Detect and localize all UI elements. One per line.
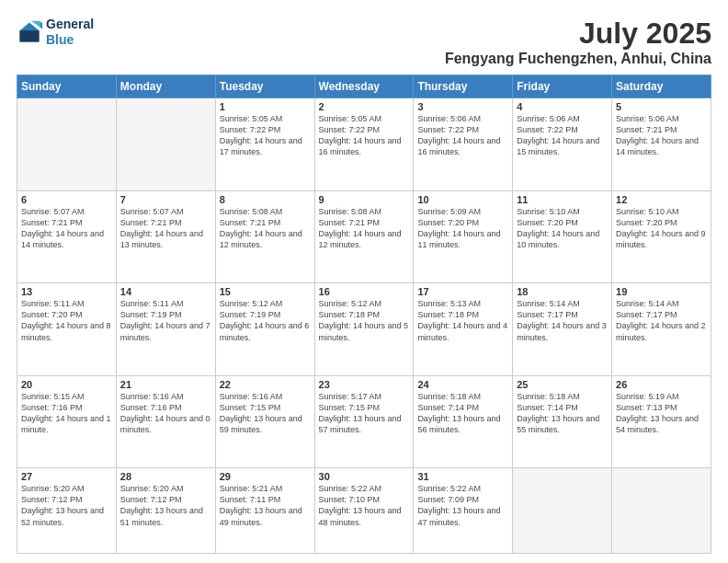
calendar-day-cell xyxy=(513,468,612,554)
calendar-day-cell: 20Sunrise: 5:15 AM Sunset: 7:16 PM Dayli… xyxy=(17,375,117,468)
page: General Blue July 2025 Fengyang Fuchengz… xyxy=(0,0,728,563)
day-info: Sunrise: 5:11 AM Sunset: 7:20 PM Dayligh… xyxy=(21,298,112,343)
calendar-day-cell: 19Sunrise: 5:14 AM Sunset: 7:17 PM Dayli… xyxy=(612,283,711,376)
day-info: Sunrise: 5:17 AM Sunset: 7:15 PM Dayligh… xyxy=(319,391,410,436)
title-block: July 2025 Fengyang Fuchengzhen, Anhui, C… xyxy=(445,17,711,67)
day-number: 16 xyxy=(319,286,410,297)
day-number: 14 xyxy=(120,286,211,297)
calendar-day-cell: 29Sunrise: 5:21 AM Sunset: 7:11 PM Dayli… xyxy=(215,468,314,554)
day-number: 27 xyxy=(21,471,112,482)
calendar-day-cell xyxy=(612,468,711,554)
day-number: 9 xyxy=(319,194,410,205)
calendar-day-cell: 30Sunrise: 5:22 AM Sunset: 7:10 PM Dayli… xyxy=(314,468,414,554)
day-number: 22 xyxy=(220,379,311,390)
day-number: 6 xyxy=(21,194,112,205)
logo-text: General Blue xyxy=(46,17,94,48)
day-number: 13 xyxy=(21,286,112,297)
day-number: 20 xyxy=(21,379,112,390)
calendar-day-cell: 12Sunrise: 5:10 AM Sunset: 7:20 PM Dayli… xyxy=(612,190,711,283)
calendar-day-cell: 1Sunrise: 5:05 AM Sunset: 7:22 PM Daylig… xyxy=(215,98,314,191)
calendar-day-cell: 21Sunrise: 5:16 AM Sunset: 7:16 PM Dayli… xyxy=(116,375,215,468)
day-number: 15 xyxy=(220,286,311,297)
day-info: Sunrise: 5:06 AM Sunset: 7:21 PM Dayligh… xyxy=(616,113,707,158)
day-info: Sunrise: 5:20 AM Sunset: 7:12 PM Dayligh… xyxy=(21,483,112,528)
calendar-day-cell: 17Sunrise: 5:13 AM Sunset: 7:18 PM Dayli… xyxy=(414,283,513,376)
day-info: Sunrise: 5:22 AM Sunset: 7:10 PM Dayligh… xyxy=(319,483,410,528)
calendar-day-cell: 24Sunrise: 5:18 AM Sunset: 7:14 PM Dayli… xyxy=(414,375,513,468)
calendar-week-row: 27Sunrise: 5:20 AM Sunset: 7:12 PM Dayli… xyxy=(17,468,711,554)
day-info: Sunrise: 5:06 AM Sunset: 7:22 PM Dayligh… xyxy=(417,113,508,158)
logo: General Blue xyxy=(17,17,94,48)
day-info: Sunrise: 5:10 AM Sunset: 7:20 PM Dayligh… xyxy=(517,206,608,251)
calendar-day-cell: 4Sunrise: 5:06 AM Sunset: 7:22 PM Daylig… xyxy=(513,98,612,191)
day-info: Sunrise: 5:08 AM Sunset: 7:21 PM Dayligh… xyxy=(220,206,311,251)
calendar-header-row: SundayMondayTuesdayWednesdayThursdayFrid… xyxy=(17,75,711,98)
calendar-day-cell: 23Sunrise: 5:17 AM Sunset: 7:15 PM Dayli… xyxy=(314,375,414,468)
day-info: Sunrise: 5:11 AM Sunset: 7:19 PM Dayligh… xyxy=(120,298,211,343)
calendar-day-cell: 10Sunrise: 5:09 AM Sunset: 7:20 PM Dayli… xyxy=(414,190,513,283)
day-info: Sunrise: 5:07 AM Sunset: 7:21 PM Dayligh… xyxy=(120,206,211,251)
day-info: Sunrise: 5:08 AM Sunset: 7:21 PM Dayligh… xyxy=(319,206,410,251)
day-number: 8 xyxy=(220,194,311,205)
svg-rect-2 xyxy=(20,30,40,41)
weekday-header: Monday xyxy=(116,75,215,98)
calendar-day-cell: 15Sunrise: 5:12 AM Sunset: 7:19 PM Dayli… xyxy=(215,283,314,376)
calendar-day-cell: 6Sunrise: 5:07 AM Sunset: 7:21 PM Daylig… xyxy=(17,190,117,283)
day-number: 31 xyxy=(417,471,508,482)
calendar-day-cell: 18Sunrise: 5:14 AM Sunset: 7:17 PM Dayli… xyxy=(513,283,612,376)
day-number: 3 xyxy=(417,101,508,112)
day-number: 29 xyxy=(220,471,311,482)
weekday-header: Friday xyxy=(513,75,612,98)
day-number: 18 xyxy=(517,286,608,297)
day-info: Sunrise: 5:22 AM Sunset: 7:09 PM Dayligh… xyxy=(417,483,508,528)
logo-icon xyxy=(17,19,42,45)
day-info: Sunrise: 5:16 AM Sunset: 7:16 PM Dayligh… xyxy=(120,391,211,436)
day-number: 30 xyxy=(319,471,410,482)
day-number: 26 xyxy=(616,379,707,390)
weekday-header: Saturday xyxy=(612,75,711,98)
day-info: Sunrise: 5:20 AM Sunset: 7:12 PM Dayligh… xyxy=(120,483,211,528)
weekday-header: Tuesday xyxy=(215,75,314,98)
day-info: Sunrise: 5:10 AM Sunset: 7:20 PM Dayligh… xyxy=(616,206,707,251)
day-info: Sunrise: 5:07 AM Sunset: 7:21 PM Dayligh… xyxy=(21,206,112,251)
calendar-day-cell: 13Sunrise: 5:11 AM Sunset: 7:20 PM Dayli… xyxy=(17,283,117,376)
day-info: Sunrise: 5:18 AM Sunset: 7:14 PM Dayligh… xyxy=(417,391,508,436)
calendar-day-cell: 16Sunrise: 5:12 AM Sunset: 7:18 PM Dayli… xyxy=(314,283,414,376)
day-info: Sunrise: 5:19 AM Sunset: 7:13 PM Dayligh… xyxy=(616,391,707,436)
day-number: 19 xyxy=(616,286,707,297)
day-number: 5 xyxy=(616,101,707,112)
calendar-day-cell: 8Sunrise: 5:08 AM Sunset: 7:21 PM Daylig… xyxy=(215,190,314,283)
day-number: 21 xyxy=(120,379,211,390)
calendar-day-cell: 27Sunrise: 5:20 AM Sunset: 7:12 PM Dayli… xyxy=(17,468,117,554)
day-info: Sunrise: 5:12 AM Sunset: 7:18 PM Dayligh… xyxy=(319,298,410,343)
day-number: 1 xyxy=(220,101,311,112)
calendar-day-cell: 22Sunrise: 5:16 AM Sunset: 7:15 PM Dayli… xyxy=(215,375,314,468)
day-info: Sunrise: 5:14 AM Sunset: 7:17 PM Dayligh… xyxy=(517,298,608,343)
calendar-day-cell: 31Sunrise: 5:22 AM Sunset: 7:09 PM Dayli… xyxy=(414,468,513,554)
calendar-day-cell: 28Sunrise: 5:20 AM Sunset: 7:12 PM Dayli… xyxy=(116,468,215,554)
calendar-day-cell: 9Sunrise: 5:08 AM Sunset: 7:21 PM Daylig… xyxy=(314,190,414,283)
calendar-day-cell: 25Sunrise: 5:18 AM Sunset: 7:14 PM Dayli… xyxy=(513,375,612,468)
calendar-week-row: 13Sunrise: 5:11 AM Sunset: 7:20 PM Dayli… xyxy=(17,283,711,376)
day-info: Sunrise: 5:09 AM Sunset: 7:20 PM Dayligh… xyxy=(417,206,508,251)
calendar-week-row: 1Sunrise: 5:05 AM Sunset: 7:22 PM Daylig… xyxy=(17,98,711,191)
day-info: Sunrise: 5:15 AM Sunset: 7:16 PM Dayligh… xyxy=(21,391,112,436)
calendar-week-row: 20Sunrise: 5:15 AM Sunset: 7:16 PM Dayli… xyxy=(17,375,711,468)
weekday-header: Wednesday xyxy=(314,75,414,98)
day-info: Sunrise: 5:06 AM Sunset: 7:22 PM Dayligh… xyxy=(517,113,608,158)
calendar-day-cell: 3Sunrise: 5:06 AM Sunset: 7:22 PM Daylig… xyxy=(414,98,513,191)
calendar-day-cell: 2Sunrise: 5:05 AM Sunset: 7:22 PM Daylig… xyxy=(314,98,414,191)
day-number: 10 xyxy=(417,194,508,205)
day-number: 17 xyxy=(417,286,508,297)
day-info: Sunrise: 5:21 AM Sunset: 7:11 PM Dayligh… xyxy=(220,483,311,528)
day-number: 28 xyxy=(120,471,211,482)
day-info: Sunrise: 5:18 AM Sunset: 7:14 PM Dayligh… xyxy=(517,391,608,436)
calendar-day-cell xyxy=(116,98,215,191)
day-number: 25 xyxy=(517,379,608,390)
calendar-table: SundayMondayTuesdayWednesdayThursdayFrid… xyxy=(17,75,711,554)
day-number: 12 xyxy=(616,194,707,205)
weekday-header: Thursday xyxy=(414,75,513,98)
calendar-day-cell: 7Sunrise: 5:07 AM Sunset: 7:21 PM Daylig… xyxy=(116,190,215,283)
day-number: 2 xyxy=(319,101,410,112)
day-number: 11 xyxy=(517,194,608,205)
